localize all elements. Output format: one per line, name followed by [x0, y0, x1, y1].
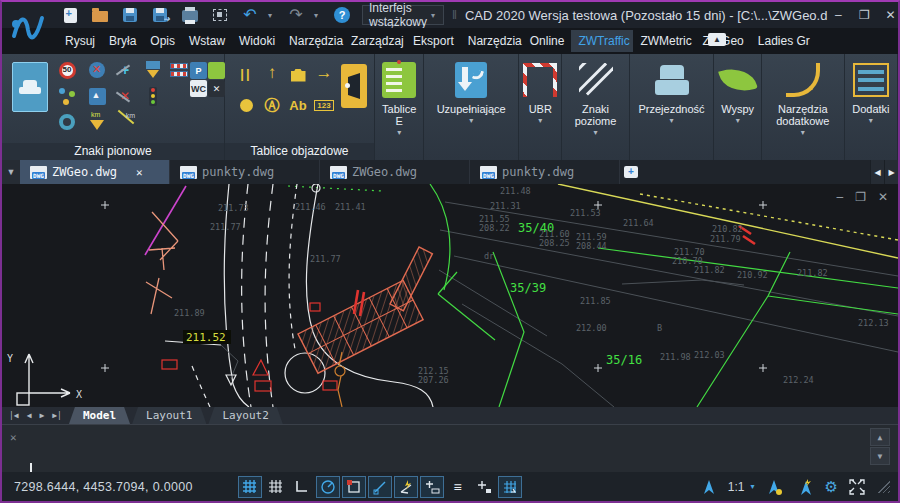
- polar-tracking-icon[interactable]: [316, 476, 340, 498]
- fullscreen-icon[interactable]: [845, 476, 869, 498]
- gate-button[interactable]: [287, 64, 309, 86]
- document-tab[interactable]: DWG ZWGeo.dwg: [320, 160, 470, 184]
- redo-button[interactable]: ↷: [284, 5, 308, 25]
- doc-close-button[interactable]: ✕: [878, 190, 888, 204]
- ribbon-tab[interactable]: Narzędzia: [461, 30, 523, 52]
- save-as-button[interactable]: ➜: [148, 5, 172, 25]
- traffic-light-button[interactable]: [142, 85, 164, 107]
- doc-restore-button[interactable]: ❐: [855, 190, 866, 204]
- signal-dots-button[interactable]: [56, 85, 78, 107]
- app-logo-icon[interactable]: [8, 6, 48, 52]
- znaki-poziome-button[interactable]: Znaki poziome ▾: [562, 54, 629, 160]
- warning-sign-button[interactable]: [86, 85, 108, 107]
- menu-icon[interactable]: ≡: [446, 476, 470, 498]
- nav-prev-button[interactable]: ◀: [24, 411, 35, 420]
- detour-board-button[interactable]: [341, 64, 367, 108]
- point-style-icon[interactable]: [472, 476, 496, 498]
- redo-dropdown[interactable]: ▾: [314, 11, 324, 20]
- ribbon-tab[interactable]: Bryła: [102, 30, 143, 52]
- auto-annotate-icon[interactable]: [794, 476, 818, 498]
- grid-icon[interactable]: [238, 476, 262, 498]
- drawing-viewport[interactable]: 35/4035/3935/16211.52211.73211.77211.892…: [2, 184, 898, 407]
- layout-tab[interactable]: Layout1: [132, 407, 206, 424]
- settings-gear-icon[interactable]: ⚙: [825, 479, 838, 494]
- ribbon-tab[interactable]: ZWMetric: [633, 30, 695, 52]
- nav-first-button[interactable]: |◀: [6, 411, 22, 420]
- print-button[interactable]: [178, 5, 202, 25]
- annotation-scale-value[interactable]: 1:1: [728, 480, 745, 494]
- dodatki-button[interactable]: Dodatki ▾: [845, 54, 898, 160]
- scroll-down-button[interactable]: ▼: [870, 447, 890, 465]
- undo-dropdown[interactable]: ▾: [268, 11, 278, 20]
- km-marker-button[interactable]: [86, 111, 108, 133]
- bars-button[interactable]: ||: [235, 62, 257, 84]
- annotation-visibility-icon[interactable]: [762, 476, 786, 498]
- document-tab[interactable]: DWG punkty.dwg: [170, 160, 320, 184]
- mini-tables-button[interactable]: [168, 59, 190, 81]
- snap-grid-icon[interactable]: [264, 476, 288, 498]
- a-circle-button[interactable]: Ⓐ: [261, 94, 283, 116]
- tab-scroll-left-button[interactable]: ◀: [870, 160, 884, 184]
- annotation-scale-icon[interactable]: [697, 476, 721, 498]
- object-snap-tracking-icon[interactable]: [368, 476, 392, 498]
- object-snap-icon[interactable]: [342, 476, 366, 498]
- ab-button[interactable]: Ab: [287, 94, 309, 116]
- document-tab[interactable]: DWG ZWGeo.dwg ✕: [20, 160, 170, 184]
- ribbon-tab[interactable]: Online: [523, 30, 572, 52]
- tablice-e-button[interactable]: Tablice E ▾: [375, 54, 424, 160]
- circle-button[interactable]: [235, 94, 257, 116]
- help-button[interactable]: ?: [330, 5, 354, 25]
- arrow-up-button[interactable]: ↑: [261, 62, 283, 84]
- ribbon-tab[interactable]: ZWTraffic: [571, 30, 633, 52]
- scroll-up-button[interactable]: ▲: [870, 428, 890, 446]
- nav-last-button[interactable]: ▶|: [49, 411, 65, 420]
- document-tab[interactable]: DWG punkty.dwg: [470, 160, 620, 184]
- priority-sign-button[interactable]: [142, 59, 164, 81]
- ubr-button[interactable]: UBR ▾: [519, 54, 562, 160]
- przejezdnosc-button[interactable]: Przejezdność ▾: [630, 54, 715, 160]
- layout-tab[interactable]: Layout2: [208, 407, 282, 424]
- km-axis-button[interactable]: [114, 111, 136, 133]
- narzedzia-dodatkowe-button[interactable]: Narzędzia dodatkowe ▾: [762, 54, 845, 160]
- ribbon-tab[interactable]: Rysuj: [58, 30, 102, 52]
- ribbon-tab[interactable]: Opis: [143, 30, 182, 52]
- ribbon-tab[interactable]: Ladies Gr: [751, 30, 813, 52]
- delete-sign-button[interactable]: ✕: [114, 85, 136, 107]
- save-button[interactable]: [118, 5, 142, 25]
- ribbon-tab[interactable]: Widoki: [232, 30, 282, 52]
- dynamic-input-icon[interactable]: [394, 476, 418, 498]
- undo-button[interactable]: ↶: [238, 5, 262, 25]
- close-tab-icon[interactable]: ✕: [136, 166, 143, 179]
- arrow-right-button[interactable]: →: [313, 62, 335, 84]
- parking-signs-button[interactable]: P WC ✕: [190, 62, 226, 98]
- plot-preview-button[interactable]: [208, 5, 232, 25]
- document-list-button[interactable]: ▼: [2, 160, 20, 184]
- doc-minimize-button[interactable]: –: [836, 190, 843, 204]
- collapse-ribbon-button[interactable]: ▲: [708, 33, 726, 46]
- tab-scroll-right-button[interactable]: ▶: [884, 160, 898, 184]
- workspace-selector[interactable]: Interfejs wstążkowy ▾: [362, 5, 444, 25]
- add-sign-button[interactable]: +: [114, 59, 136, 81]
- resize-grip[interactable]: [878, 481, 890, 493]
- speed-limit-50-button[interactable]: 50: [56, 59, 78, 81]
- ribbon-tab[interactable]: Eksport: [406, 30, 461, 52]
- ribbon-tab[interactable]: Narzędzia: [282, 30, 344, 52]
- 123-button[interactable]: 123: [313, 94, 335, 116]
- new-file-button[interactable]: [58, 5, 82, 25]
- new-document-button[interactable]: +: [620, 160, 642, 184]
- command-line-panel[interactable]: ✕ znaleziono 1Wybierz obiekty: ▲ ▼: [2, 424, 898, 472]
- close-button[interactable]: ✕: [879, 5, 900, 25]
- lineweight-icon[interactable]: [420, 476, 444, 498]
- maximize-button[interactable]: ❐: [853, 5, 875, 25]
- ortho-icon[interactable]: [290, 476, 314, 498]
- command-close-icon[interactable]: ✕: [10, 431, 17, 444]
- wyspy-button[interactable]: Wyspy ▾: [714, 54, 761, 160]
- chevron-down-icon[interactable]: ▾: [751, 482, 755, 491]
- nav-next-button[interactable]: ▶: [36, 411, 47, 420]
- minimize-button[interactable]: –: [827, 5, 849, 25]
- vertical-sign-car-button[interactable]: [12, 62, 48, 112]
- uzupelniajace-button[interactable]: Uzupełniające ▾: [424, 54, 519, 160]
- layout-tab[interactable]: Model: [69, 407, 130, 424]
- open-button[interactable]: [88, 5, 112, 25]
- ribbon-tab[interactable]: Zarządzaj: [344, 30, 406, 52]
